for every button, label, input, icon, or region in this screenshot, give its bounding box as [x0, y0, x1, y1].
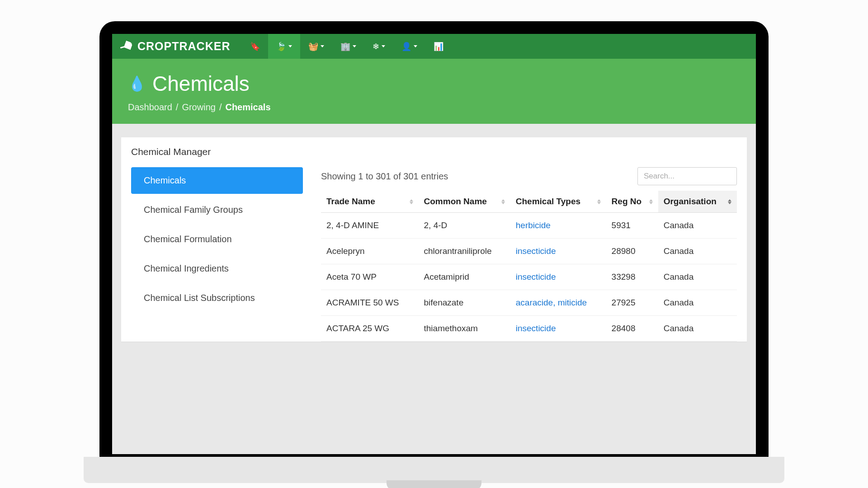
breadcrumb-growing[interactable]: Growing — [182, 102, 215, 112]
cell-types: insecticide — [510, 316, 606, 342]
content: Chemical Manager Chemicals Chemical Fami… — [112, 124, 756, 342]
cell-trade: ACRAMITE 50 WS — [321, 290, 419, 316]
breadcrumb-current: Chemicals — [225, 102, 270, 112]
panel-title: Chemical Manager — [121, 146, 747, 167]
cell-common: bifenazate — [419, 290, 510, 316]
brand-text: CROPTRACKER — [137, 40, 230, 53]
cell-org: Canada — [658, 264, 737, 290]
nav-basket[interactable]: 🧺 — [300, 34, 332, 59]
cell-types: insecticide — [510, 239, 606, 264]
laptop-mockup: CROPTRACKER 🔖 🍃 🧺 🏢 ❄ 👤 📊 💧 Chemicals Da… — [99, 21, 769, 467]
table-row[interactable]: 2, 4-D AMINE2, 4-Dherbicide5931Canada — [321, 213, 737, 239]
cell-trade: Aceta 70 WP — [321, 264, 419, 290]
cell-org: Canada — [658, 316, 737, 342]
chart-icon: 📊 — [434, 42, 443, 52]
cell-types: insecticide — [510, 264, 606, 290]
nav-reports[interactable]: 📊 — [425, 34, 452, 59]
user-icon: 👤 — [401, 42, 411, 52]
cell-common: 2, 4-D — [419, 213, 510, 239]
cell-common: Acetamiprid — [419, 264, 510, 290]
top-navbar: CROPTRACKER 🔖 🍃 🧺 🏢 ❄ 👤 📊 — [112, 34, 756, 59]
sort-icon — [597, 199, 601, 204]
cell-reg: 28408 — [606, 316, 658, 342]
brand-logo[interactable]: CROPTRACKER — [120, 40, 230, 53]
laptop-base — [84, 457, 784, 483]
sort-icon — [649, 199, 653, 204]
table-row[interactable]: Aceta 70 WPAcetamipridinsecticide33298Ca… — [321, 264, 737, 290]
col-chemical-types[interactable]: Chemical Types — [510, 191, 606, 213]
chevron-down-icon — [321, 45, 324, 47]
nav-growing[interactable]: 🍃 — [268, 34, 300, 59]
cell-org: Canada — [658, 239, 737, 264]
table-row[interactable]: ACTARA 25 WGthiamethoxaminsecticide28408… — [321, 316, 737, 342]
showing-text: Showing 1 to 301 of 301 entries — [321, 171, 448, 182]
chevron-down-icon — [288, 45, 292, 47]
col-organisation[interactable]: Organisation — [658, 191, 737, 213]
sidebar-item-chemicals[interactable]: Chemicals — [131, 167, 303, 194]
nav-bookmark[interactable]: 🔖 — [242, 34, 268, 59]
dragonfly-icon — [120, 40, 134, 53]
laptop-notch — [387, 480, 481, 488]
sidebar-item-ingredients[interactable]: Chemical Ingredients — [131, 255, 303, 282]
table-header-bar: Showing 1 to 301 of 301 entries — [321, 167, 737, 185]
sort-icon — [501, 199, 505, 204]
sidebar-item-family-groups[interactable]: Chemical Family Groups — [131, 197, 303, 223]
table-area: Showing 1 to 301 of 301 entries Trade Na… — [321, 167, 737, 342]
gear-icon: ❄ — [373, 42, 379, 52]
cell-org: Canada — [658, 213, 737, 239]
cell-reg: 27925 — [606, 290, 658, 316]
breadcrumb-sep: / — [219, 102, 222, 112]
basket-icon: 🧺 — [308, 42, 318, 52]
breadcrumb: Dashboard/Growing/Chemicals — [128, 102, 740, 113]
panel: Chemical Manager Chemicals Chemical Fami… — [121, 137, 747, 342]
nav-building[interactable]: 🏢 — [332, 34, 364, 59]
cell-reg: 28980 — [606, 239, 658, 264]
cell-trade: 2, 4-D AMINE — [321, 213, 419, 239]
cell-types: acaracide, miticide — [510, 290, 606, 316]
laptop-bezel: CROPTRACKER 🔖 🍃 🧺 🏢 ❄ 👤 📊 💧 Chemicals Da… — [99, 21, 769, 467]
chevron-down-icon — [353, 45, 356, 47]
table-row[interactable]: ACRAMITE 50 WSbifenazateacaracide, mitic… — [321, 290, 737, 316]
cell-org: Canada — [658, 290, 737, 316]
cell-trade: Acelepryn — [321, 239, 419, 264]
bookmark-icon: 🔖 — [250, 42, 260, 52]
table-row[interactable]: Aceleprynchlorantraniliproleinsecticide2… — [321, 239, 737, 264]
nav-user[interactable]: 👤 — [393, 34, 425, 59]
nav-settings[interactable]: ❄ — [364, 34, 393, 59]
building-icon: 🏢 — [340, 42, 350, 52]
breadcrumb-dashboard[interactable]: Dashboard — [128, 102, 172, 112]
drops-icon: 💧 — [128, 75, 146, 92]
col-common-name[interactable]: Common Name — [419, 191, 510, 213]
sort-icon — [728, 199, 731, 204]
sort-icon — [410, 199, 413, 204]
chevron-down-icon — [414, 45, 417, 47]
cell-reg: 5931 — [606, 213, 658, 239]
page-title-row: 💧 Chemicals — [128, 71, 740, 96]
leaf-icon: 🍃 — [276, 42, 286, 52]
col-reg-no[interactable]: Reg No — [606, 191, 658, 213]
search-input[interactable] — [637, 167, 737, 185]
sidebar-item-formulation[interactable]: Chemical Formulation — [131, 226, 303, 253]
page-title: Chemicals — [152, 71, 250, 96]
nav-items: 🔖 🍃 🧺 🏢 ❄ 👤 📊 — [242, 34, 452, 59]
sidebar-item-subscriptions[interactable]: Chemical List Subscriptions — [131, 285, 303, 311]
cell-common: thiamethoxam — [419, 316, 510, 342]
page-header: 💧 Chemicals Dashboard/Growing/Chemicals — [112, 59, 756, 124]
col-trade-name[interactable]: Trade Name — [321, 191, 419, 213]
sidebar-tabs: Chemicals Chemical Family Groups Chemica… — [131, 167, 303, 342]
chevron-down-icon — [382, 45, 385, 47]
cell-trade: ACTARA 25 WG — [321, 316, 419, 342]
panel-body: Chemicals Chemical Family Groups Chemica… — [121, 167, 747, 342]
chemicals-table: Trade Name Common Name Chemical Types Re… — [321, 191, 737, 342]
app-screen: CROPTRACKER 🔖 🍃 🧺 🏢 ❄ 👤 📊 💧 Chemicals Da… — [112, 34, 756, 454]
breadcrumb-sep: / — [176, 102, 179, 112]
cell-common: chlorantraniliprole — [419, 239, 510, 264]
cell-reg: 33298 — [606, 264, 658, 290]
cell-types: herbicide — [510, 213, 606, 239]
